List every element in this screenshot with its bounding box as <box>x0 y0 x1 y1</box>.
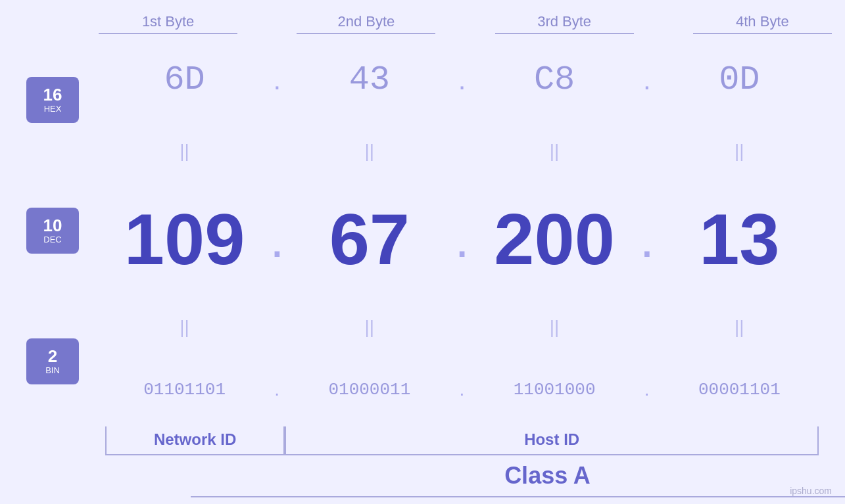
id-section-wrapper: Network ID Host ID <box>26 426 819 455</box>
network-id-label: Network ID <box>154 430 236 448</box>
bin-badge: 2 BIN <box>26 338 79 384</box>
byte-headers-row: 1st Byte 2nd Byte 3rd Byte 4th Byte <box>69 13 845 34</box>
hex-val-4: 0D <box>719 60 760 99</box>
host-id-label: Host ID <box>524 430 579 448</box>
dec-val-3: 200 <box>494 198 615 279</box>
bin-byte-1: 01101101 <box>105 380 264 400</box>
bin-val-1: 01101101 <box>143 380 226 400</box>
bin-val-4: 00001101 <box>698 380 781 400</box>
bin-byte-2: 01000011 <box>290 380 448 400</box>
dec-val-1: 109 <box>124 198 245 279</box>
dec-byte-1: 109 <box>105 203 264 275</box>
dot-1-dec: . <box>264 209 290 269</box>
byte-header-2: 2nd Byte <box>267 13 465 34</box>
hex-num: 16 <box>43 85 62 104</box>
class-section-wrapper: Class A <box>26 455 819 497</box>
main-grid: 16 HEX 10 DEC 2 BIN 6D . 43 <box>26 34 819 426</box>
equals-row-1: || || || || <box>105 139 819 163</box>
hex-byte-3: C8 <box>475 60 634 99</box>
dot-2-bin: . <box>449 379 475 400</box>
values-area: 6D . 43 . C8 . 0D || || <box>105 34 819 426</box>
dec-val-4: 13 <box>699 198 779 279</box>
dot-3-hex: . <box>634 64 660 96</box>
dot-3-dec: . <box>634 209 660 269</box>
watermark: ipshu.com <box>790 486 832 496</box>
bin-val-2: 01000011 <box>328 380 410 400</box>
bin-num: 2 <box>48 347 57 366</box>
dot-2-dec: . <box>449 209 475 269</box>
eq-4: || <box>660 141 819 162</box>
dot-2-hex: . <box>449 64 475 96</box>
dec-byte-3: 200 <box>475 203 634 275</box>
eq-3: || <box>475 141 634 162</box>
bin-row: 01101101 . 01000011 . 11001000 . 0000110… <box>105 379 819 400</box>
dot-3-bin: . <box>634 379 660 400</box>
byte-header-3: 3rd Byte <box>466 13 664 34</box>
hex-val-2: 43 <box>349 60 390 99</box>
dot-1-bin: . <box>264 379 290 400</box>
main-container: 1st Byte 2nd Byte 3rd Byte 4th Byte 16 H… <box>0 0 845 504</box>
dec-val-2: 67 <box>329 198 410 279</box>
class-label: Class A <box>504 462 591 489</box>
hex-val-3: C8 <box>534 60 575 99</box>
bin-name: BIN <box>45 365 60 375</box>
eq-6: || <box>290 317 448 338</box>
hex-name: HEX <box>44 104 62 114</box>
hex-byte-2: 43 <box>290 60 448 99</box>
eq-1: || <box>105 141 264 162</box>
dec-badge: 10 DEC <box>26 208 79 254</box>
bin-byte-4: 00001101 <box>660 380 819 400</box>
bin-val-3: 11001000 <box>514 380 596 400</box>
eq-7: || <box>475 317 634 338</box>
dec-row: 109 . 67 . 200 . 13 <box>105 203 819 275</box>
eq-8: || <box>660 317 819 338</box>
dot-1-hex: . <box>264 64 290 96</box>
dec-name: DEC <box>43 235 61 244</box>
hex-badge: 16 HEX <box>26 77 79 123</box>
byte-header-4: 4th Byte <box>664 13 845 34</box>
base-labels: 16 HEX 10 DEC 2 BIN <box>26 34 105 426</box>
bin-byte-3: 11001000 <box>475 380 634 400</box>
byte-header-1: 1st Byte <box>69 13 267 34</box>
host-id-block: Host ID <box>285 426 819 455</box>
class-row: Class A <box>191 455 845 497</box>
hex-byte-1: 6D <box>105 60 264 99</box>
hex-val-1: 6D <box>164 60 205 99</box>
network-id-block: Network ID <box>105 426 285 455</box>
eq-2: || <box>290 141 448 162</box>
dec-num: 10 <box>43 216 62 235</box>
eq-5: || <box>105 317 264 338</box>
hex-byte-4: 0D <box>660 60 819 99</box>
hex-row: 6D . 43 . C8 . 0D <box>105 60 819 99</box>
dec-byte-2: 67 <box>290 203 448 275</box>
dec-byte-4: 13 <box>660 203 819 275</box>
equals-row-2: || || || || <box>105 315 819 339</box>
